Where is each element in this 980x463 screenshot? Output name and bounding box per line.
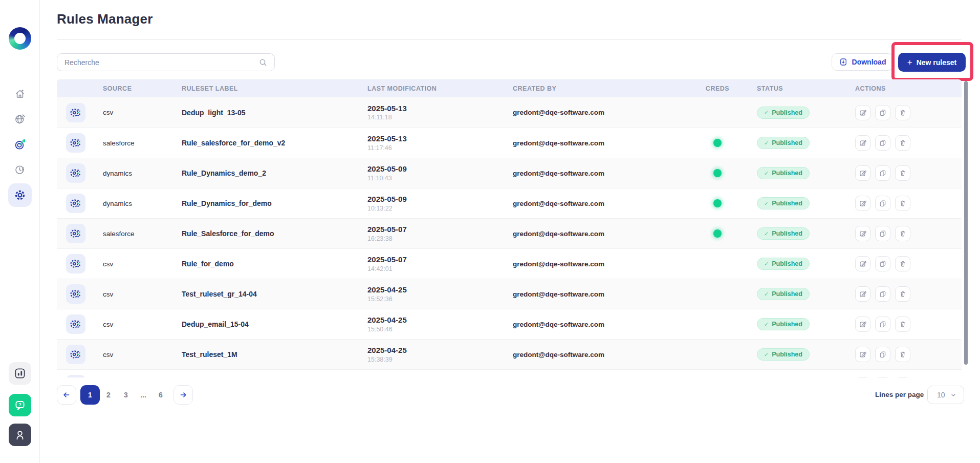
created-by-cell: gredont@dqe-software.com bbox=[513, 200, 689, 207]
lines-per-page-select[interactable]: 10 bbox=[927, 386, 964, 404]
delete-button[interactable] bbox=[895, 135, 910, 151]
modification-time: 15:50:46 bbox=[367, 326, 513, 333]
ruleset-icon bbox=[66, 314, 85, 334]
modification-time: 15:38:39 bbox=[367, 356, 513, 363]
rules-table: SOURCERULESET LABELLAST MODIFICATIONCREA… bbox=[57, 79, 962, 377]
sidebar-item-settings[interactable] bbox=[8, 183, 32, 207]
bar-chart-button[interactable] bbox=[9, 362, 31, 385]
trash-icon bbox=[899, 350, 907, 359]
status-cell: ✓ Published bbox=[746, 348, 844, 361]
trash-icon bbox=[899, 290, 907, 298]
status-badge: ✓ Published bbox=[757, 167, 810, 179]
duplicate-button[interactable] bbox=[875, 226, 890, 241]
delete-button[interactable] bbox=[895, 286, 910, 302]
page-number-active[interactable]: 1 bbox=[80, 385, 100, 405]
sidebar-item-globe[interactable] bbox=[14, 113, 26, 125]
page-number[interactable]: 2 bbox=[100, 391, 117, 399]
delete-button[interactable] bbox=[895, 317, 910, 332]
help-chat-button[interactable]: ? bbox=[9, 394, 31, 416]
check-icon: ✓ bbox=[764, 109, 769, 116]
sidebar-item-target[interactable] bbox=[14, 138, 26, 151]
timer-icon bbox=[14, 163, 26, 176]
page-number[interactable]: 3 bbox=[117, 391, 135, 399]
delete-button[interactable] bbox=[895, 256, 910, 271]
edit-button[interactable] bbox=[855, 135, 870, 151]
actions-cell bbox=[844, 317, 962, 332]
user-avatar-button[interactable] bbox=[9, 424, 31, 446]
ruleset-label-cell: Dedup_email_15-04 bbox=[182, 320, 367, 328]
edit-button[interactable] bbox=[855, 317, 870, 332]
created-by-cell: gredont@dqe-software.com bbox=[513, 109, 689, 116]
status-badge: ✓ Published bbox=[757, 137, 810, 149]
created-by-cell: gredont@dqe-software.com bbox=[513, 170, 689, 177]
edit-button[interactable] bbox=[855, 256, 870, 271]
delete-button[interactable] bbox=[895, 105, 910, 120]
trash-icon bbox=[899, 169, 907, 177]
status-badge: ✓ Published bbox=[757, 348, 810, 361]
user-icon bbox=[13, 428, 27, 441]
status-label: Published bbox=[772, 290, 802, 298]
edit-icon bbox=[859, 169, 867, 177]
actions-cell bbox=[844, 135, 962, 151]
copy-icon bbox=[879, 229, 887, 238]
copy-icon bbox=[879, 139, 887, 147]
settings-gear-icon bbox=[14, 189, 26, 201]
delete-button[interactable] bbox=[895, 196, 910, 211]
edit-button[interactable] bbox=[855, 226, 870, 241]
search-input[interactable] bbox=[57, 54, 258, 71]
previous-page-button[interactable] bbox=[57, 385, 76, 405]
duplicate-button[interactable] bbox=[875, 377, 890, 377]
edit-icon bbox=[859, 260, 867, 268]
bar-chart-icon bbox=[13, 367, 27, 380]
download-button[interactable]: Download bbox=[832, 53, 893, 71]
duplicate-button[interactable] bbox=[875, 135, 890, 151]
created-by-cell: gredont@dqe-software.com bbox=[513, 351, 689, 359]
edit-button[interactable] bbox=[855, 196, 870, 211]
next-page-button[interactable] bbox=[173, 385, 193, 405]
sidebar: ? bbox=[0, 0, 40, 463]
vertical-scrollbar[interactable] bbox=[964, 81, 968, 365]
ruleset-icon bbox=[66, 103, 85, 122]
status-label: Published bbox=[772, 139, 802, 146]
search-icon bbox=[258, 57, 268, 68]
page-number[interactable]: 6 bbox=[152, 391, 169, 399]
status-cell: ✓ Published bbox=[746, 318, 844, 330]
status-badge: ✓ Published bbox=[757, 197, 810, 209]
arrow-right-icon bbox=[178, 390, 188, 400]
edit-button[interactable] bbox=[855, 347, 870, 362]
status-cell: ✓ Published bbox=[746, 137, 844, 149]
source-cell: salesforce bbox=[103, 139, 182, 147]
duplicate-button[interactable] bbox=[875, 105, 890, 120]
duplicate-button[interactable] bbox=[875, 347, 890, 362]
duplicate-button[interactable] bbox=[875, 286, 890, 302]
table-row: dynamics Rule_Dynamics_demo_2 2025-05-09… bbox=[57, 158, 962, 188]
sidebar-item-timer[interactable] bbox=[14, 163, 26, 176]
delete-button[interactable] bbox=[895, 165, 910, 181]
trash-icon bbox=[899, 260, 907, 268]
sidebar-item-home[interactable] bbox=[14, 88, 26, 100]
duplicate-button[interactable] bbox=[875, 165, 890, 181]
ruleset-icon bbox=[66, 375, 85, 377]
delete-button[interactable] bbox=[895, 226, 910, 241]
chat-question-icon: ? bbox=[13, 398, 27, 412]
status-cell: ✓ Published bbox=[746, 288, 844, 300]
check-icon: ✓ bbox=[764, 351, 769, 358]
actions-cell bbox=[844, 347, 962, 362]
status-label: Published bbox=[772, 109, 802, 116]
edit-button[interactable] bbox=[855, 165, 870, 181]
copy-icon bbox=[879, 350, 887, 359]
trash-icon bbox=[899, 320, 907, 328]
duplicate-button[interactable] bbox=[875, 317, 890, 332]
edit-button[interactable] bbox=[855, 105, 870, 120]
duplicate-button[interactable] bbox=[875, 256, 890, 271]
new-ruleset-button[interactable]: + New ruleset bbox=[898, 53, 966, 72]
edit-button[interactable] bbox=[855, 286, 870, 302]
table-row: 2025-04-23 ✓ Published bbox=[57, 369, 962, 377]
source-cell: csv bbox=[103, 260, 182, 268]
delete-button[interactable] bbox=[895, 377, 910, 377]
duplicate-button[interactable] bbox=[875, 196, 890, 211]
last-modification-cell: 2025-05-13 14:11:18 bbox=[367, 104, 513, 121]
modification-time: 10:13:22 bbox=[367, 205, 513, 212]
delete-button[interactable] bbox=[895, 347, 910, 362]
edit-button[interactable] bbox=[855, 377, 870, 377]
